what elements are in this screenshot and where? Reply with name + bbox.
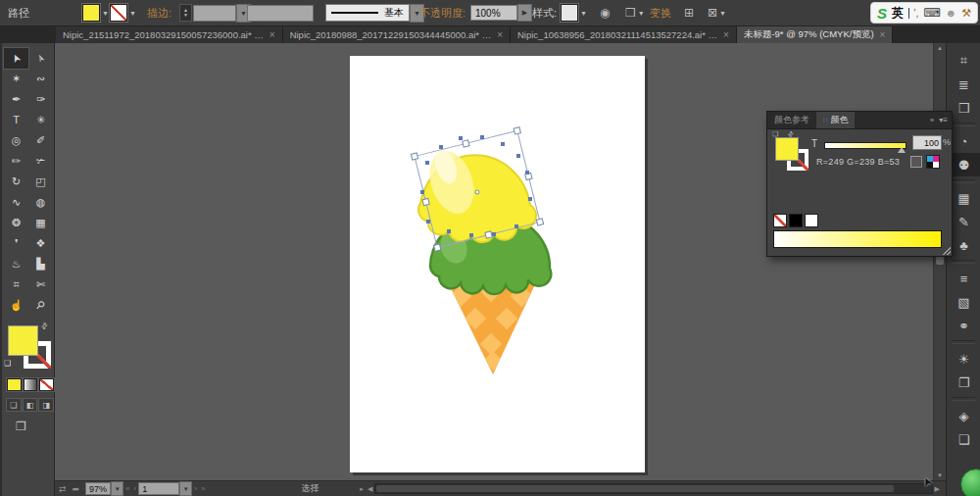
- rotate-tool[interactable]: ↻: [4, 172, 28, 192]
- ime-punctuation-icon[interactable]: ʼ,: [913, 8, 918, 19]
- pen-tool[interactable]: ✒: [4, 89, 28, 110]
- document-tab[interactable]: Nipic_10638956_20180321114513527224.ai* …: [511, 25, 737, 43]
- vertical-scrollbar[interactable]: ▲ ▼: [933, 43, 946, 480]
- stroke-link-label[interactable]: 描边:: [147, 6, 172, 21]
- tint-slider-thumb[interactable]: [898, 147, 906, 153]
- fill-proxy-swatch[interactable]: [8, 325, 38, 356]
- hand-tool[interactable]: ☝: [4, 295, 28, 316]
- transform-panel-icon[interactable]: ⌗: [947, 49, 980, 73]
- close-icon[interactable]: ×: [497, 29, 503, 40]
- artboards-panel-icon[interactable]: ❏: [947, 427, 980, 451]
- tint-value-field[interactable]: 100: [912, 135, 942, 150]
- curvature-tool[interactable]: ✑: [28, 89, 53, 110]
- none-mode-button[interactable]: [39, 378, 54, 391]
- panel-menu-icon[interactable]: ▾≡: [939, 116, 948, 124]
- fill-color-swatch[interactable]: [82, 4, 100, 22]
- close-icon[interactable]: ×: [880, 29, 886, 40]
- free-transform-tool[interactable]: ◰: [28, 172, 53, 192]
- draw-behind-button[interactable]: ◧: [23, 398, 38, 412]
- shape-builder-tool[interactable]: ◍: [28, 192, 53, 213]
- sogou-logo-icon[interactable]: S: [877, 5, 887, 22]
- white-swatch[interactable]: [805, 214, 818, 227]
- selection-center-point[interactable]: [475, 190, 479, 194]
- zoom-dropdown-icon[interactable]: ▼: [111, 481, 123, 496]
- color-spectrum-ramp[interactable]: [773, 230, 942, 248]
- document-tab[interactable]: Nipic_20180988_20171229150344445000.ai* …: [283, 25, 511, 43]
- history-icon[interactable]: ⇄: [59, 484, 67, 494]
- direct-selection-tool[interactable]: ➢: [28, 48, 53, 69]
- line-segment-tool[interactable]: ✳: [28, 110, 53, 130]
- draw-normal-button[interactable]: ❏: [6, 398, 22, 412]
- next-artboard-button[interactable]: ›: [194, 484, 197, 493]
- selection-tool[interactable]: ➤: [4, 48, 28, 69]
- horizontal-scrollbar[interactable]: ▸ ◀ ▶: [358, 484, 942, 494]
- artboard-number-field[interactable]: 1: [138, 482, 179, 495]
- horizontal-scroll-thumb[interactable]: [376, 485, 894, 492]
- recolor-artwork-icon[interactable]: ◉: [600, 6, 610, 20]
- out-of-web-color-icon[interactable]: [926, 155, 940, 169]
- knife-tool[interactable]: ✃: [28, 151, 53, 172]
- fill-color-dropdown[interactable]: ▼: [82, 0, 109, 25]
- ime-keyboard-icon[interactable]: ⌨: [923, 6, 940, 20]
- pencil-tool[interactable]: ✏: [4, 151, 28, 172]
- brush-definition-dropdown[interactable]: 基本 ▼: [325, 0, 424, 25]
- collapse-panel-icon[interactable]: »: [930, 116, 934, 124]
- mesh-tool[interactable]: ❂: [4, 213, 28, 233]
- width-tool[interactable]: ∿: [4, 192, 28, 213]
- swap-fill-stroke-icon[interactable]: ⇄: [39, 321, 50, 331]
- screen-mode-button[interactable]: ❐: [16, 420, 54, 433]
- document-setup-button[interactable]: ❒ ▼: [625, 0, 645, 25]
- slice-tool[interactable]: ✄: [28, 274, 53, 295]
- export-icon[interactable]: ➦: [73, 484, 80, 494]
- artboard-dropdown-icon[interactable]: ▼: [179, 481, 192, 496]
- close-icon[interactable]: ×: [723, 29, 729, 40]
- align-panel-icon[interactable]: ≣: [947, 73, 980, 96]
- arrange-button[interactable]: ⊠ ▼: [708, 0, 726, 25]
- type-tool[interactable]: T: [4, 110, 28, 130]
- ime-toolbox-icon[interactable]: ⚒: [961, 7, 971, 20]
- opacity-dropdown[interactable]: 100% ▶: [470, 0, 532, 25]
- tab-color[interactable]: ∷颜色: [816, 112, 855, 128]
- previous-artboard-button[interactable]: ‹: [134, 484, 137, 493]
- document-tab[interactable]: 未标题-9* @ 97% (CMYK/预览) ×: [737, 25, 893, 43]
- stroke-weight-dropdown[interactable]: ▼: [193, 0, 251, 25]
- ime-language-toggle[interactable]: 英: [892, 5, 904, 22]
- graphic-styles-panel-icon[interactable]: ❐: [947, 371, 980, 394]
- paintbrush-tool[interactable]: ✐: [28, 130, 53, 151]
- transform-link-label[interactable]: 变换: [650, 6, 671, 21]
- tint-slider[interactable]: [824, 142, 906, 149]
- tab-color-guide[interactable]: 颜色参考: [767, 112, 816, 128]
- symbol-sprayer-tool[interactable]: ♨: [4, 254, 28, 274]
- transparency-panel-icon[interactable]: ⚭: [947, 314, 980, 337]
- zoom-tool[interactable]: ⚲: [28, 295, 53, 316]
- none-swatch[interactable]: [773, 214, 787, 227]
- stroke-panel-icon[interactable]: ≡: [947, 267, 980, 290]
- document-tab[interactable]: Nipic_21511972_20180329150057236000.ai* …: [56, 25, 283, 43]
- panel-fill-swatch[interactable]: [775, 137, 799, 161]
- default-fill-stroke-icon[interactable]: ❏: [4, 359, 11, 368]
- magic-wand-tool[interactable]: ✶: [4, 69, 28, 89]
- scroll-left-icon[interactable]: ◀: [366, 485, 374, 493]
- perspective-grid-tool[interactable]: ▦: [28, 213, 53, 233]
- gradient-mode-button[interactable]: [24, 378, 38, 391]
- input-method-bar[interactable]: S 英 ʼ, ⌨ ☻ ⚒: [870, 2, 978, 24]
- stroke-color-dropdown[interactable]: ▼: [110, 0, 136, 25]
- graph-tool[interactable]: ▙: [28, 254, 53, 274]
- draw-inside-button[interactable]: ◨: [38, 398, 54, 412]
- first-artboard-button[interactable]: «: [125, 484, 129, 493]
- style-dropdown[interactable]: ▼: [561, 0, 587, 25]
- scroll-right-icon[interactable]: ▶: [933, 485, 942, 493]
- panel-resize-grip[interactable]: [943, 247, 951, 255]
- stroke-weight-stepper[interactable]: ▲▼: [179, 4, 192, 22]
- gradient-panel-icon[interactable]: ▧: [947, 290, 980, 314]
- artboard-tool[interactable]: ⌗: [4, 274, 28, 295]
- layers-panel-icon[interactable]: ◈: [947, 404, 980, 427]
- zoom-level-field[interactable]: 97%: [85, 482, 111, 495]
- ime-account-icon[interactable]: ☻: [946, 7, 957, 19]
- scroll-up-icon[interactable]: ▲: [937, 43, 943, 53]
- width-profile-dropdown[interactable]: ▼: [247, 0, 309, 25]
- last-artboard-button[interactable]: »: [201, 484, 205, 493]
- lasso-tool[interactable]: ∾: [28, 69, 53, 89]
- align-icon[interactable]: ⊞: [684, 6, 694, 20]
- stroke-none-swatch[interactable]: [110, 4, 127, 22]
